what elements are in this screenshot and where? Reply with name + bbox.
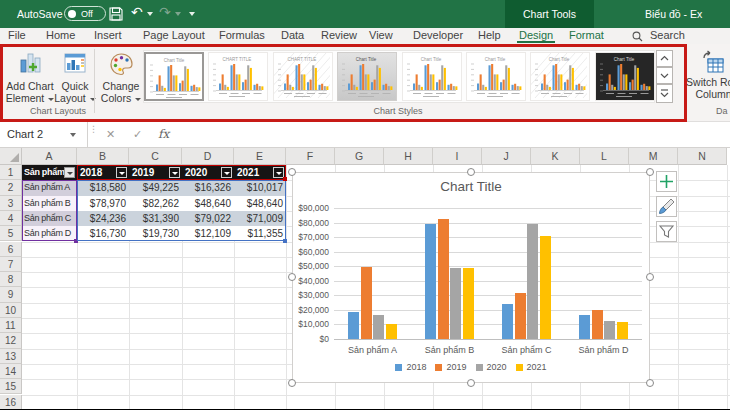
chart-selection-handle[interactable] xyxy=(646,168,654,176)
column-header-N[interactable]: N xyxy=(678,148,727,165)
menu-tab-insert[interactable]: Insert xyxy=(94,29,122,41)
cell-A5[interactable]: Sản phẩm D xyxy=(22,226,77,241)
filter-dropdown-2020[interactable] xyxy=(221,167,232,178)
bar-2020-sản-phẩm-a[interactable] xyxy=(373,315,384,339)
row-header-9[interactable]: 9 xyxy=(0,287,22,302)
bar-2019-sản-phẩm-d[interactable] xyxy=(592,310,603,339)
chart-styles-button[interactable] xyxy=(656,196,677,217)
undo-icon[interactable]: ↶ xyxy=(131,4,143,20)
menu-tab-file[interactable]: File xyxy=(8,29,26,41)
menu-tab-help[interactable]: Help xyxy=(478,29,501,41)
undo-dropdown-caret[interactable] xyxy=(147,12,153,16)
bar-2018-sản-phẩm-b[interactable] xyxy=(425,224,436,339)
search-icon[interactable] xyxy=(632,31,643,42)
row-header-16[interactable]: 16 xyxy=(0,395,22,410)
legend-item-2019[interactable]: 2019 xyxy=(435,362,466,372)
menu-tab-developer[interactable]: Developer xyxy=(413,29,463,41)
filter-dropdown-2018[interactable] xyxy=(116,167,127,178)
row-header-6[interactable]: 6 xyxy=(0,242,22,257)
column-header-A[interactable]: A xyxy=(22,148,77,165)
column-header-D[interactable]: D xyxy=(182,148,234,165)
legend-item-2021[interactable]: 2021 xyxy=(516,362,547,372)
menu-tab-format[interactable]: Format xyxy=(569,29,604,41)
cancel-icon[interactable]: ✕ xyxy=(106,128,115,141)
cell-E2[interactable]: $10,017 xyxy=(234,180,286,195)
cell-A4[interactable]: Sản phẩm C xyxy=(22,211,77,226)
chart-title[interactable]: Chart Title xyxy=(293,179,649,194)
select-all-corner[interactable] xyxy=(0,148,22,165)
bar-2018-sản-phẩm-c[interactable] xyxy=(502,304,513,339)
column-header-B[interactable]: B xyxy=(77,148,129,165)
cell-C3[interactable]: $82,262 xyxy=(129,196,182,211)
cell-D4[interactable]: $79,022 xyxy=(182,211,234,226)
menu-tab-data[interactable]: Data xyxy=(281,29,304,41)
menu-tab-formulas[interactable]: Formulas xyxy=(219,29,265,41)
chart-filters-button[interactable] xyxy=(656,221,677,242)
row-header-15[interactable]: 15 xyxy=(0,379,22,394)
redo-icon[interactable]: ↷ xyxy=(159,4,171,20)
cell-C4[interactable]: $31,390 xyxy=(129,211,182,226)
cell-D3[interactable]: $48,640 xyxy=(182,196,234,211)
bar-2021-sản-phẩm-c[interactable] xyxy=(540,236,551,339)
cell-B3[interactable]: $78,970 xyxy=(77,196,129,211)
row-header-1[interactable]: 1 xyxy=(0,165,22,180)
chart-selection-handle[interactable] xyxy=(467,168,475,176)
cell-A3[interactable]: Sản phẩm B xyxy=(22,196,77,211)
bar-2021-sản-phẩm-a[interactable] xyxy=(386,324,397,339)
column-header-K[interactable]: K xyxy=(531,148,580,165)
bar-2018-sản-phẩm-a[interactable] xyxy=(348,312,359,339)
row-header-2[interactable]: 2 xyxy=(0,180,22,195)
autosave-toggle[interactable]: Off xyxy=(64,6,106,21)
column-header-L[interactable]: L xyxy=(580,148,629,165)
cell-E4[interactable]: $71,009 xyxy=(234,211,286,226)
cell-B2[interactable]: $18,580 xyxy=(77,180,129,195)
cell-A2[interactable]: Sản phẩm A xyxy=(22,180,77,195)
chart-selection-handle[interactable] xyxy=(646,379,654,387)
row-header-3[interactable]: 3 xyxy=(0,196,22,211)
cell-E3[interactable]: $48,640 xyxy=(234,196,286,211)
chart-selection-handle[interactable] xyxy=(646,273,654,281)
bar-2019-sản-phẩm-c[interactable] xyxy=(515,293,526,339)
enter-icon[interactable]: ✓ xyxy=(133,128,142,141)
row-header-4[interactable]: 4 xyxy=(0,211,22,226)
column-header-H[interactable]: H xyxy=(384,148,433,165)
cell-D2[interactable]: $16,326 xyxy=(182,180,234,195)
chart-selection-handle[interactable] xyxy=(288,273,296,281)
filter-dropdown-2019[interactable] xyxy=(169,167,180,178)
bar-2021-sản-phẩm-b[interactable] xyxy=(463,268,474,339)
filter-dropdown-product[interactable] xyxy=(64,167,75,178)
menu-tab-view[interactable]: View xyxy=(369,29,393,41)
row-header-12[interactable]: 12 xyxy=(0,333,22,348)
filter-dropdown-2021[interactable] xyxy=(273,167,284,178)
legend-item-2020[interactable]: 2020 xyxy=(476,362,507,372)
row-header-5[interactable]: 5 xyxy=(0,226,22,241)
cell-E5[interactable]: $11,355 xyxy=(234,226,286,241)
menu-tab-review[interactable]: Review xyxy=(321,29,357,41)
row-header-11[interactable]: 11 xyxy=(0,318,22,333)
insert-function-icon[interactable]: fx xyxy=(158,127,169,141)
column-header-G[interactable]: G xyxy=(335,148,384,165)
quick-access-toolbar-caret[interactable] xyxy=(189,12,195,16)
bar-2019-sản-phẩm-a[interactable] xyxy=(361,267,372,339)
cell-C2[interactable]: $49,225 xyxy=(129,180,182,195)
search-label[interactable]: Search xyxy=(650,29,685,41)
column-header-J[interactable]: J xyxy=(482,148,531,165)
row-header-10[interactable]: 10 xyxy=(0,303,22,318)
menu-tab-home[interactable]: Home xyxy=(46,29,75,41)
column-header-C[interactable]: C xyxy=(129,148,182,165)
cell-C5[interactable]: $19,730 xyxy=(129,226,182,241)
chart-selection-handle[interactable] xyxy=(288,379,296,387)
bar-2019-sản-phẩm-b[interactable] xyxy=(438,219,449,339)
row-header-7[interactable]: 7 xyxy=(0,257,22,272)
bar-2020-sản-phẩm-b[interactable] xyxy=(450,268,461,339)
cell-B5[interactable]: $16,730 xyxy=(77,226,129,241)
chart-selection-handle[interactable] xyxy=(467,379,475,387)
chart-selection-handle[interactable] xyxy=(288,168,296,176)
row-header-13[interactable]: 13 xyxy=(0,349,22,364)
embedded-chart[interactable]: Chart Title $0$10,000$20,000$30,000$40,0… xyxy=(292,172,650,383)
row-header-8[interactable]: 8 xyxy=(0,272,22,287)
chart-elements-button[interactable] xyxy=(656,171,677,192)
bar-2020-sản-phẩm-d[interactable] xyxy=(604,321,615,339)
column-header-I[interactable]: I xyxy=(433,148,482,165)
legend-item-2018[interactable]: 2018 xyxy=(395,362,426,372)
